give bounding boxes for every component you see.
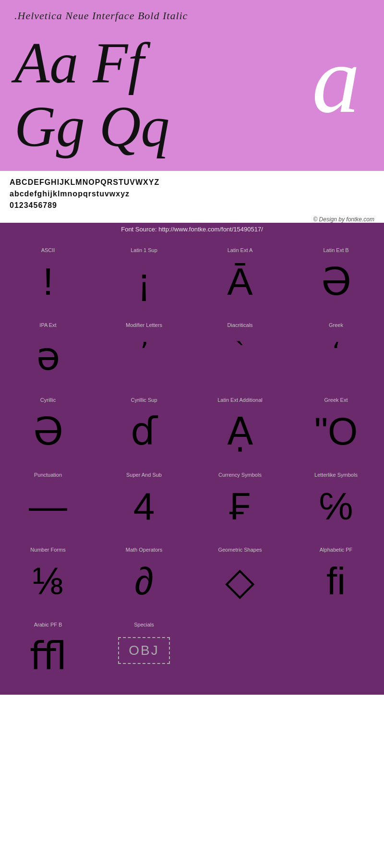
glyph-cell: Number Forms⅛ bbox=[0, 540, 96, 615]
glyph-char: Ạ bbox=[227, 408, 253, 456]
glyph-cell: Arabic PF Bﬄ bbox=[0, 615, 96, 690]
glyph-label: Modifier Letters bbox=[126, 322, 162, 328]
glyph-label: ASCII bbox=[41, 247, 55, 253]
glyph-cell: Cyrillic Supɗ bbox=[96, 390, 192, 465]
letter-row-1: Aa Ff bbox=[14, 32, 169, 95]
glyph-label: Cyrillic bbox=[40, 397, 56, 403]
glyph-cell: ASCII! bbox=[0, 241, 96, 315]
specimen-area: Aa Ff Gg Qq a bbox=[14, 27, 370, 171]
glyph-label: Specials bbox=[134, 622, 154, 627]
specimen-gg: Gg bbox=[14, 95, 85, 158]
glyph-cell: Latin Ext AdditionalẠ bbox=[192, 390, 288, 465]
glyph-cell: Latin 1 Sup¡ bbox=[96, 241, 192, 315]
specimen-aa: Aa bbox=[14, 32, 78, 95]
credit: © Design by fontke.com bbox=[0, 214, 384, 223]
glyph-char: ə bbox=[36, 333, 60, 381]
glyph-label: IPA Ext bbox=[39, 322, 56, 328]
glyph-char: ¡ bbox=[138, 258, 151, 306]
glyph-char: ∂ bbox=[134, 557, 154, 605]
glyph-cell: Greek Ext"Ο bbox=[288, 390, 384, 465]
letter-pairs: Aa Ff Gg Qq bbox=[14, 32, 169, 171]
glyph-cell: Latin Ext BƏ bbox=[288, 241, 384, 315]
font-title: .Helvetica Neue Interface Bold Italic bbox=[14, 10, 370, 22]
glyph-label: Geometric Shapes bbox=[218, 547, 262, 553]
glyph-cell: Modifier Lettersʼ bbox=[96, 315, 192, 390]
glyph-char: Ə bbox=[33, 408, 63, 456]
glyph-label: Number Forms bbox=[30, 547, 65, 553]
glyph-cell: Punctuation— bbox=[0, 465, 96, 540]
glyph-label: Super And Sub bbox=[126, 472, 162, 478]
glyph-label: Latin Ext B bbox=[323, 247, 348, 253]
specimen-big-a: a bbox=[312, 32, 360, 128]
source-bar: Font Source: http://www.fontke.com/font/… bbox=[0, 223, 384, 236]
glyph-cell: Alphabetic PFﬁ bbox=[288, 540, 384, 615]
digits: 0123456789 bbox=[10, 200, 374, 211]
glyph-char: ﬁ bbox=[326, 557, 346, 605]
glyph-label: Arabic PF B bbox=[34, 622, 62, 627]
glyph-grid: ASCII!Latin 1 Sup¡Latin Ext AĀLatin Ext … bbox=[0, 241, 384, 690]
glyph-char: Ā bbox=[227, 258, 252, 306]
glyph-char: — bbox=[29, 482, 67, 530]
uppercase-alphabet: ABCDEFGHIJKLMNOPQRSTUVWXYZ bbox=[10, 177, 374, 188]
glyph-cell: Currency Symbols₣ bbox=[192, 465, 288, 540]
glyph-char: ﬄ bbox=[30, 632, 67, 680]
glyph-label: Greek bbox=[329, 322, 343, 328]
glyph-cell: CyrillicƏ bbox=[0, 390, 96, 465]
glyph-label: Currency Symbols bbox=[218, 472, 262, 478]
glyph-char: ` bbox=[236, 333, 244, 371]
glyph-cell: Math Operators∂ bbox=[96, 540, 192, 615]
glyph-char: Ə bbox=[321, 258, 351, 306]
glyph-label: Math Operators bbox=[126, 547, 162, 553]
glyph-cell: Greekʻ bbox=[288, 315, 384, 390]
glyph-char: ⅛ bbox=[32, 557, 64, 605]
glyph-label: Latin Ext A bbox=[228, 247, 253, 253]
glyph-char: ₣ bbox=[229, 482, 251, 530]
glyph-label: Diacriticals bbox=[227, 322, 252, 328]
glyph-cell: Diacriticals` bbox=[192, 315, 288, 390]
glyph-label: Letterlike Symbols bbox=[314, 472, 358, 478]
glyph-char: ℅ bbox=[319, 482, 353, 530]
glyph-cell: SpecialsOBJ bbox=[96, 615, 192, 690]
lowercase-alphabet: abcdefghijklmnopqrstuvwxyz bbox=[10, 188, 374, 200]
glyph-char: ɗ bbox=[131, 408, 157, 456]
glyph-label: Punctuation bbox=[34, 472, 62, 478]
glyph-cell: Super And Sub4 bbox=[96, 465, 192, 540]
glyph-char: ◇ bbox=[225, 557, 255, 605]
letter-row-2: Gg Qq bbox=[14, 95, 169, 158]
glyph-char: ! bbox=[43, 258, 53, 306]
glyph-label: Latin 1 Sup bbox=[131, 247, 157, 253]
glyph-label: Greek Ext bbox=[324, 397, 348, 403]
glyph-char: ʻ bbox=[332, 333, 340, 371]
glyph-char: "Ο bbox=[314, 408, 358, 456]
glyph-char: 4 bbox=[133, 482, 155, 530]
glyph-cell: Letterlike Symbols℅ bbox=[288, 465, 384, 540]
glyph-label: Cyrillic Sup bbox=[131, 397, 157, 403]
alphabet-section: ABCDEFGHIJKLMNOPQRSTUVWXYZ abcdefghijklm… bbox=[0, 171, 384, 214]
glyph-char: ʼ bbox=[140, 333, 148, 371]
glyph-cell: Latin Ext AĀ bbox=[192, 241, 288, 315]
glyph-cell: Geometric Shapes◇ bbox=[192, 540, 288, 615]
glyphs-section: ASCII!Latin 1 Sup¡Latin Ext AĀLatin Ext … bbox=[0, 236, 384, 695]
glyph-label: Alphabetic PF bbox=[320, 547, 352, 553]
glyph-label: Latin Ext Additional bbox=[217, 397, 263, 403]
glyph-cell: IPA Extə bbox=[0, 315, 96, 390]
glyph-char: OBJ bbox=[118, 632, 169, 664]
specimen-qq: Qq bbox=[99, 95, 170, 158]
specimen-ff: Ff bbox=[93, 32, 144, 95]
